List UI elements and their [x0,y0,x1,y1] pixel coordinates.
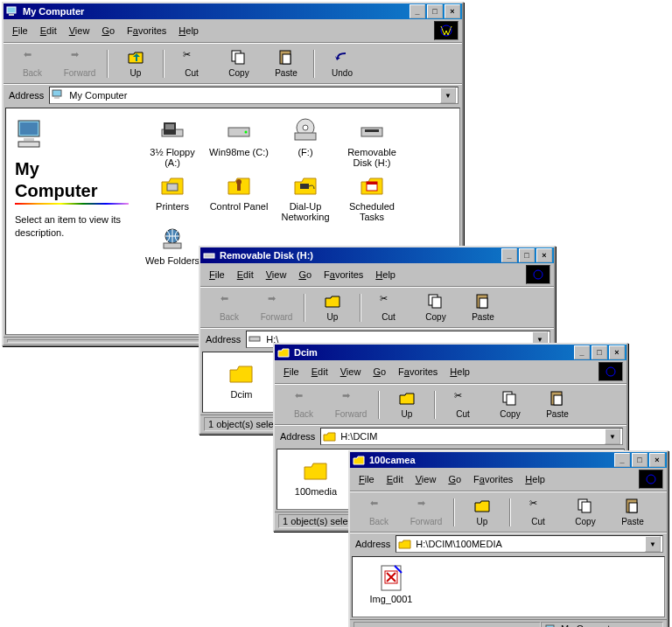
removable-drive[interactable]: Removable Disk (H:) [340,117,403,168]
menu-favorites[interactable]: Favorites [318,268,368,282]
menu-edit[interactable]: Edit [232,268,259,282]
dialup-folder[interactable]: Dial-Up Networking [274,171,337,222]
menu-help[interactable]: Help [370,268,401,282]
menu-file[interactable]: File [278,365,304,379]
close-button[interactable]: × [444,4,460,18]
menu-edit[interactable]: Edit [382,472,409,486]
copy-button[interactable]: Copy [562,496,609,528]
svg-rect-29 [367,182,377,185]
page-heading-1: My [15,159,129,179]
menu-favorites[interactable]: Favorites [393,365,443,379]
menubar: File Edit View Go Favorites Help [4,19,462,43]
menu-file[interactable]: File [354,472,380,486]
address-input[interactable]: H:\DCIM\100MEDIA ▼ [396,535,663,553]
svg-rect-27 [300,184,309,189]
svg-rect-40 [603,365,619,379]
paste-button[interactable]: Paste [609,496,656,528]
up-button[interactable]: Up [309,291,356,324]
up-button[interactable]: Up [383,388,430,421]
menu-edit[interactable]: Edit [306,365,333,379]
hdd-icon [225,117,253,145]
menu-help[interactable]: Help [444,365,475,379]
maximize-button[interactable]: □ [427,4,443,18]
menubar: File Edit View Go Favorites Help [200,263,554,287]
close-button[interactable]: × [536,248,552,262]
menu-go[interactable]: Go [293,268,317,282]
cd-drive[interactable]: (F:) [274,117,337,168]
menu-edit[interactable]: Edit [35,24,62,38]
menu-help[interactable]: Help [173,24,204,38]
forward-button[interactable]: ➡Forward [253,291,300,324]
control-panel-folder[interactable]: Control Panel [207,171,270,222]
paste-icon [277,49,295,66]
printers-folder[interactable]: Printers [141,171,204,222]
dropdown-button[interactable]: ▼ [645,536,661,552]
menu-help[interactable]: Help [520,472,550,486]
forward-button[interactable]: ➡Forward [402,496,450,528]
back-button[interactable]: ⬅Back [206,291,253,324]
titlebar[interactable]: Removable Disk (H:) _□× [200,247,554,263]
menu-view[interactable]: View [335,365,367,379]
dropdown-button[interactable]: ▼ [440,87,456,103]
up-button[interactable]: Up [458,496,506,528]
menu-view[interactable]: View [410,472,442,486]
menu-go[interactable]: Go [96,24,120,38]
removable-icon [358,117,386,145]
svg-rect-36 [432,297,441,308]
maximize-button[interactable]: □ [592,345,607,359]
menu-favorites[interactable]: Favorites [468,472,518,486]
back-button[interactable]: ⬅Back [280,388,327,421]
image-file[interactable]: Img_0001 [360,564,423,610]
close-button[interactable]: × [649,453,665,467]
floppy-drive[interactable]: 3½ Floppy (A:) [141,117,204,168]
undo-button[interactable]: Undo [318,47,366,80]
cut-button[interactable]: ✂Cut [439,388,486,421]
cut-button[interactable]: ✂Cut [168,47,215,80]
window-title: Removable Disk (H:) [220,250,501,261]
page-heading-2: Computer [15,181,129,201]
menu-go[interactable]: Go [368,365,391,379]
back-icon: ⬅ [24,49,41,66]
titlebar[interactable]: Dcim _□× [275,345,626,360]
copy-button[interactable]: Copy [215,47,262,80]
back-button[interactable]: ⬅Back [355,496,402,528]
menu-favorites[interactable]: Favorites [122,24,172,38]
close-button[interactable]: × [609,345,625,359]
address-input[interactable]: H:\DCIM ▼ [320,428,623,445]
svg-rect-43 [507,394,515,405]
titlebar[interactable]: My Computer _ □ × [4,3,462,19]
menu-view[interactable]: View [261,268,292,282]
up-button[interactable]: Up [112,47,159,80]
menu-view[interactable]: View [64,24,95,38]
minimize-button[interactable]: _ [501,248,517,262]
titlebar[interactable]: 100camea _□× [350,452,667,468]
dcim-folder[interactable]: Dcim [210,359,273,405]
menubar: File Edit View Go Favorites Help [275,360,626,384]
paste-button[interactable]: Paste [534,388,581,421]
scheduled-tasks-folder[interactable]: Scheduled Tasks [340,171,403,222]
forward-button[interactable]: ➡Forward [56,47,103,80]
cut-button[interactable]: ✂Cut [365,291,412,324]
100media-folder[interactable]: 100media [284,456,347,502]
dropdown-button[interactable]: ▼ [605,428,620,444]
rainbow-divider [15,203,129,205]
maximize-button[interactable]: □ [519,248,535,262]
address-input[interactable]: My Computer ▼ [49,87,458,104]
menu-file[interactable]: File [7,24,33,38]
minimize-button[interactable]: _ [410,4,425,18]
svg-rect-45 [554,395,562,405]
copy-button[interactable]: Copy [486,388,534,421]
forward-button[interactable]: ➡Forward [327,388,374,421]
paste-button[interactable]: Paste [459,291,507,324]
maximize-button[interactable]: □ [632,453,648,467]
menu-file[interactable]: File [204,268,230,282]
cut-button[interactable]: ✂Cut [514,496,562,528]
back-button[interactable]: ⬅Back [9,47,56,80]
web-folders[interactable]: Web Folders [141,226,204,266]
hard-drive[interactable]: Win98me (C:) [207,117,270,168]
menu-go[interactable]: Go [443,472,466,486]
minimize-button[interactable]: _ [614,453,630,467]
copy-button[interactable]: Copy [412,291,459,324]
minimize-button[interactable]: _ [574,345,590,359]
paste-button[interactable]: Paste [262,47,310,80]
